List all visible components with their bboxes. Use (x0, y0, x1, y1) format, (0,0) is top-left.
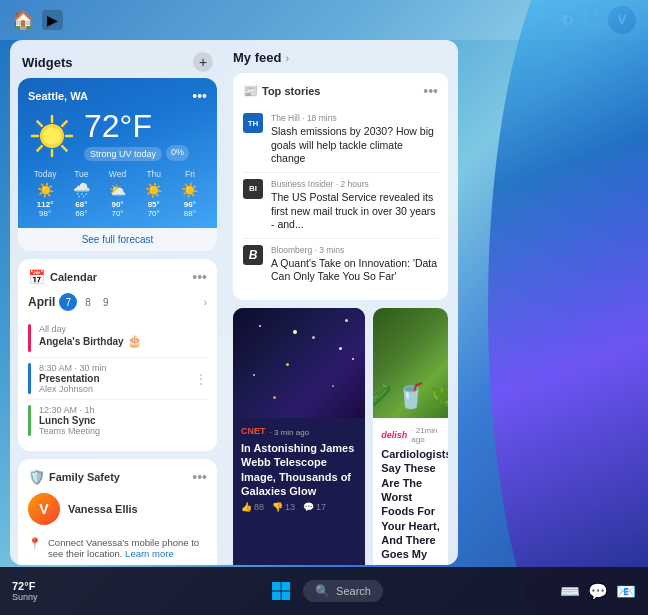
media-icon[interactable]: ▶ (42, 10, 63, 30)
calendar-menu-dots[interactable]: ••• (192, 269, 207, 285)
event-time-0: All day (39, 324, 207, 334)
taskbar-weather: 72°F Sunny (12, 580, 38, 602)
story-item-0[interactable]: TH The Hill · 18 mins Slash emissions by… (243, 107, 438, 173)
weather-header: Seattle, WA ••• (28, 88, 207, 104)
story-content-0: The Hill · 18 mins Slash emissions by 20… (271, 113, 438, 166)
galaxy-comments: 💬17 (303, 502, 326, 512)
svg-line-9 (37, 146, 41, 150)
weather-location: Seattle, WA (28, 90, 88, 102)
forecast-label-2: Wed (100, 169, 134, 179)
food-image: 🥒 🥤 🌿 (373, 308, 448, 418)
weather-widget: Seattle, WA ••• (18, 78, 217, 251)
calendar-content: 📅 Calendar ••• April 7 8 9 › All day (18, 259, 217, 451)
galaxy-dislikes: 👎13 (272, 502, 295, 512)
story-item-1[interactable]: BI Business Insider · 2 hours The US Pos… (243, 173, 438, 239)
forecast-day-3: Thu ☀️ 85°70° (137, 169, 171, 218)
calendar-event-1[interactable]: 8:30 AM · 30 min Presentation Alex Johns… (28, 358, 207, 400)
event-menu-dots-1[interactable]: ⋮ (195, 372, 207, 386)
food-news-card[interactable]: 🥒 🥤 🌿 delish · 21min ago Cardiologists S… (373, 308, 448, 565)
weather-content: Seattle, WA ••• (18, 78, 217, 228)
calendar-day-9: 9 (99, 296, 113, 309)
galaxy-card-body: CNET · 3 min ago In Astonishing James We… (233, 418, 365, 520)
family-menu-dots[interactable]: ••• (192, 469, 207, 485)
taskbar-icon-chat[interactable]: 💬 (588, 582, 608, 601)
forecast-temps-3: 85°70° (137, 200, 171, 218)
top-bar-left-icons: 🏠 ▶ (12, 9, 63, 31)
person-avatar: V (28, 493, 60, 525)
story-badge-bloomberg: B (243, 245, 263, 265)
taskbar-icon-keyboard[interactable]: ⌨️ (560, 582, 580, 601)
galaxy-image (233, 308, 365, 418)
feed-title: My feed (233, 50, 281, 65)
feed-expand-icon[interactable]: › (285, 52, 289, 64)
top-stories-menu-dots[interactable]: ••• (423, 83, 438, 99)
uv-percent: 0% (166, 145, 189, 161)
family-content: 🛡️ Family Safety ••• V Vanessa Ellis 📍 C… (18, 459, 217, 565)
event-subtitle-1: Alex Johnson (39, 384, 187, 394)
calendar-title: Calendar (50, 271, 192, 283)
galaxy-news-card[interactable]: CNET · 3 min ago In Astonishing James We… (233, 308, 365, 565)
start-button[interactable] (265, 575, 297, 607)
add-widget-button[interactable]: + (193, 52, 213, 72)
forecast-temps-4: 96°88° (173, 200, 207, 218)
galaxy-time: · 3 min ago (270, 428, 310, 437)
newspaper-icon: 📰 (243, 84, 258, 98)
family-person: V Vanessa Ellis (28, 493, 207, 525)
surface-row: ⚡ Vanessa's Surface book Home is connect… (28, 563, 207, 565)
wallpaper-decoration (448, 0, 648, 615)
forecast-temps-2: 90°70° (100, 200, 134, 218)
forecast-day-1: Tue 🌧️ 68°68° (64, 169, 98, 218)
event-info-0: All day Angela's Birthday 🎂 (39, 324, 207, 348)
weather-main: 72°F Strong UV today 0% (28, 110, 207, 161)
forecast-icon-1: 🌧️ (64, 182, 98, 198)
forecast-temps-1: 68°68° (64, 200, 98, 218)
sun-icon (28, 112, 76, 160)
main-panel: Widgets + Seattle, WA ••• (10, 40, 458, 565)
widgets-title: Widgets (22, 55, 72, 70)
sidebar: Widgets + Seattle, WA ••• (10, 40, 225, 565)
top-stories-card[interactable]: 📰 Top stories ••• TH The Hill · 18 mins … (233, 73, 448, 300)
food-card-body: delish · 21min ago Cardiologists Say The… (373, 418, 448, 565)
search-bar[interactable]: 🔍 Search (303, 580, 383, 602)
food-source: delish (381, 430, 407, 440)
see-forecast-link[interactable]: See full forecast (18, 228, 217, 251)
svg-rect-13 (282, 592, 291, 601)
top-stories-header: 📰 Top stories ••• (243, 83, 438, 99)
story-source-0: The Hill · 18 mins (271, 113, 438, 123)
family-location-row: 📍 Connect Vanessa's mobile phone to see … (28, 533, 207, 563)
taskbar-temp: 72°F (12, 580, 38, 592)
story-item-2[interactable]: B Bloomberg · 3 mins A Quant's Take on I… (243, 239, 438, 290)
windows-logo (271, 581, 291, 601)
weather-menu-dots[interactable]: ••• (192, 88, 207, 104)
story-content-1: Business Insider · 2 hours The US Postal… (271, 179, 438, 232)
story-headline-2: A Quant's Take on Innovation: 'Data Can … (271, 257, 438, 284)
calendar-event-2[interactable]: 12:30 AM · 1h Lunch Sync Teams Meeting (28, 400, 207, 441)
uv-label: Strong UV today (84, 147, 162, 161)
calendar-day-8: 8 (81, 296, 95, 309)
event-bar-blue (28, 363, 31, 394)
family-header: 🛡️ Family Safety ••• (28, 469, 207, 485)
forecast-label-0: Today (28, 169, 62, 179)
forecast-icon-4: ☀️ (173, 182, 207, 198)
forecast-label-1: Tue (64, 169, 98, 179)
taskbar-left: 72°F Sunny (12, 580, 46, 602)
calendar-event-0[interactable]: All day Angela's Birthday 🎂 (28, 319, 207, 358)
family-location-text: Connect Vanessa's mobile phone to see th… (48, 537, 207, 559)
calendar-widget: 📅 Calendar ••• April 7 8 9 › All day (18, 259, 217, 451)
forecast-icon-0: ☀️ (28, 182, 62, 198)
veggie-icon-1: 🥤 (396, 382, 426, 410)
story-content-2: Bloomberg · 3 mins A Quant's Take on Inn… (271, 245, 438, 284)
calendar-expand-icon[interactable]: › (204, 297, 207, 308)
learn-more-link[interactable]: Learn more (125, 548, 174, 559)
forecast-icon-3: ☀️ (137, 182, 171, 198)
forecast-day-2: Wed ⛅ 90°70° (100, 169, 134, 218)
taskbar-icon-mail[interactable]: 📧 (616, 582, 636, 601)
calendar-month-row: April 7 8 9 › (28, 293, 207, 311)
taskbar-center: 🔍 Search (265, 575, 383, 607)
food-time: · 21min ago (411, 426, 440, 444)
search-icon: 🔍 (315, 584, 330, 598)
svg-point-1 (43, 127, 61, 145)
home-icon[interactable]: 🏠 (12, 9, 34, 31)
svg-line-8 (62, 121, 66, 125)
taskbar: 72°F Sunny 🔍 Search ⌨️ 💬 📧 (0, 567, 648, 615)
